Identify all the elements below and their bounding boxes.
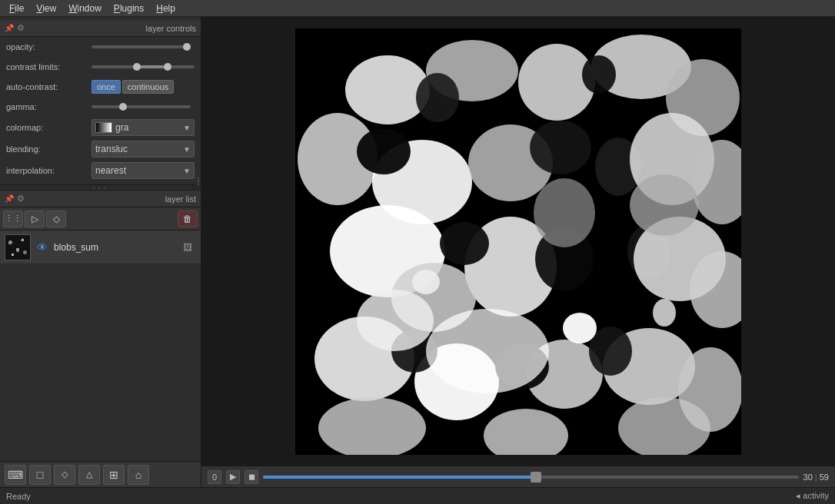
console-icon: ⌨: [8, 469, 23, 481]
svg-point-33: [412, 270, 440, 294]
interpolation-widget: nearest ▼: [91, 162, 195, 179]
bottom-toolbar: ⌨ □ ◇ △ ⊞ ⌂: [0, 461, 201, 487]
timeline-handle[interactable]: [531, 472, 541, 482]
grid-button[interactable]: ⊞: [103, 465, 125, 485]
layer-item-blobs-sum[interactable]: 👁 blobs_sum 🖼: [0, 230, 201, 264]
auto-contrast-label: auto-contrast:: [6, 82, 87, 91]
svg-point-11: [357, 128, 411, 174]
auto-contrast-buttons: once continuous: [91, 80, 174, 94]
add-labels-button[interactable]: ◇: [46, 211, 66, 227]
layer-list-toolbar: ⋮⋮ ▷ ◇ 🗑: [0, 207, 201, 230]
menu-view[interactable]: View: [30, 2, 62, 15]
timeline-frame-count: 30 | 59: [803, 472, 829, 482]
svg-point-36: [357, 290, 434, 351]
opacity-slider[interactable]: [91, 45, 191, 48]
path2-icon: △: [86, 469, 92, 479]
square-icon: □: [37, 469, 43, 481]
add-points-button[interactable]: ⋮⋮: [3, 211, 23, 227]
timeline-play-button[interactable]: ▶: [226, 470, 240, 484]
delete-layer-button[interactable]: 🗑: [178, 211, 198, 227]
blending-value: transluc: [95, 144, 128, 154]
colormap-row: colormap: gra ▼: [0, 117, 201, 138]
pin-icon[interactable]: 📌: [5, 24, 14, 32]
svg-point-7: [582, 55, 616, 94]
statusbar: Ready ◂ activity: [0, 487, 835, 504]
home-icon: ⌂: [135, 469, 141, 481]
layer-list-settings-icon[interactable]: ⚙: [17, 194, 25, 204]
opacity-label: opacity:: [6, 42, 87, 51]
points-icon: ⋮⋮: [5, 214, 22, 224]
layer-thumbnail: [5, 234, 31, 260]
panel-header-icons: 📌 ⚙: [5, 23, 25, 33]
timeline-progress: [263, 476, 536, 479]
layer-name: blobs_sum: [54, 242, 176, 253]
panel-divider[interactable]: ···: [0, 184, 201, 191]
frame-zero-icon: 0: [212, 472, 217, 482]
colormap-widget: gra ▼: [91, 119, 195, 136]
blobs-image: [295, 28, 741, 455]
menu-window[interactable]: Window: [62, 2, 108, 15]
colormap-value: gra: [115, 122, 128, 133]
timeline: 0 ▶ ◼ 30 | 59: [201, 466, 835, 487]
interpolation-label: interpolation:: [6, 166, 87, 175]
auto-contrast-once-button[interactable]: once: [91, 80, 121, 94]
image-layer-icon: 🖼: [183, 242, 192, 253]
layer-controls-title: layer controls: [28, 24, 196, 33]
image-viewer[interactable]: [201, 17, 835, 466]
main-container: 📌 ⚙ layer controls opacity: 1.0 contrast…: [0, 17, 835, 487]
settings-icon[interactable]: ⚙: [17, 23, 25, 33]
labels-icon: ◇: [53, 214, 60, 224]
layer-list-header: 📌 ⚙ layer list: [0, 191, 201, 207]
interpolation-dropdown[interactable]: nearest ▼: [91, 162, 195, 179]
activity-indicator[interactable]: ◂ activity: [796, 491, 829, 501]
timeline-stop-button[interactable]: ◼: [245, 470, 258, 484]
svg-point-12: [530, 121, 591, 174]
stop-icon: ◼: [248, 472, 255, 482]
shapes-icon: ▷: [32, 214, 38, 224]
blending-dropdown[interactable]: transluc ▼: [91, 141, 195, 158]
path-button[interactable]: ◇: [54, 465, 75, 485]
contrast-high-thumb[interactable]: [164, 63, 171, 71]
layer-list-panel: 📌 ⚙ layer list ⋮⋮ ▷ ◇ 🗑: [0, 191, 201, 461]
home-button[interactable]: ⌂: [128, 465, 149, 485]
contrast-low-thumb[interactable]: [133, 63, 141, 71]
add-shapes-button[interactable]: ▷: [25, 211, 45, 227]
current-frame: 30: [803, 472, 813, 482]
canvas-area: 0 ▶ ◼ 30 | 59: [201, 17, 835, 487]
colormap-label: colormap:: [6, 123, 87, 132]
path2-button[interactable]: △: [78, 465, 100, 485]
path-icon: ◇: [62, 469, 68, 479]
blending-arrow-icon: ▼: [183, 145, 191, 154]
colormap-arrow-icon: ▼: [183, 124, 191, 132]
left-panel: 📌 ⚙ layer controls opacity: 1.0 contrast…: [0, 17, 201, 487]
svg-point-19: [440, 222, 489, 265]
menu-plugins[interactable]: Plugins: [108, 2, 150, 15]
console-button[interactable]: ⌨: [5, 465, 26, 485]
delete-icon: 🗑: [183, 214, 192, 224]
contrast-limits-widget: [91, 65, 195, 68]
thumbnail-preview: [5, 235, 30, 260]
timeline-slider[interactable]: [263, 476, 799, 479]
opacity-row: opacity: 1.0: [0, 37, 201, 57]
panel-resize-handle[interactable]: [196, 166, 201, 197]
auto-contrast-row: auto-contrast: once continuous: [0, 77, 201, 97]
layer-list-header-icons: 📌 ⚙: [5, 194, 25, 204]
total-frames: 59: [820, 472, 829, 482]
interpolation-value: nearest: [95, 165, 126, 176]
menu-file[interactable]: File: [3, 2, 30, 15]
timeline-frame-zero-button[interactable]: 0: [208, 470, 221, 484]
auto-contrast-widget: once continuous: [91, 80, 195, 94]
svg-point-34: [653, 299, 676, 327]
layer-list-pin-icon[interactable]: 📌: [5, 194, 14, 203]
contrast-limits-row: contrast limits:: [0, 57, 201, 77]
menu-help[interactable]: Help: [150, 2, 181, 15]
auto-contrast-continuous-button[interactable]: continuous: [122, 80, 174, 94]
colormap-dropdown[interactable]: gra ▼: [91, 119, 195, 136]
blending-row: blending: transluc ▼: [0, 138, 201, 160]
gamma-widget: 1.0: [91, 102, 215, 111]
gamma-slider[interactable]: [91, 105, 191, 108]
square-button[interactable]: □: [29, 465, 51, 485]
layer-controls-panel: 📌 ⚙ layer controls opacity: 1.0 contrast…: [0, 17, 201, 184]
layer-visibility-button[interactable]: 👁: [34, 239, 51, 256]
opacity-widget: 1.0: [91, 42, 215, 51]
